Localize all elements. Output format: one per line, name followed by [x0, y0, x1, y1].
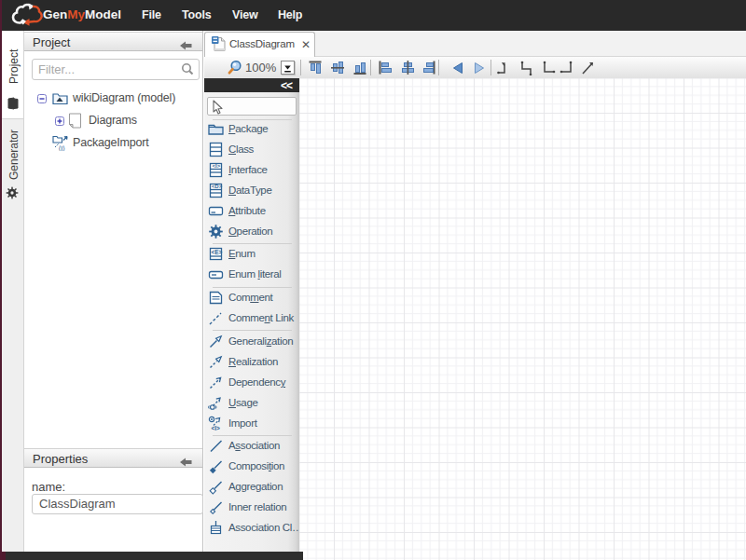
svg-text:˂D˃: ˂D˃: [212, 184, 223, 189]
svg-text:˂I˃: ˂I˃: [213, 163, 221, 169]
svg-text:˂E˃: ˂E˃: [211, 249, 222, 255]
svg-text:⟨I⟩: ⟨I⟩: [59, 144, 66, 152]
svg-text:˂I˃: ˂I˃: [211, 425, 220, 431]
